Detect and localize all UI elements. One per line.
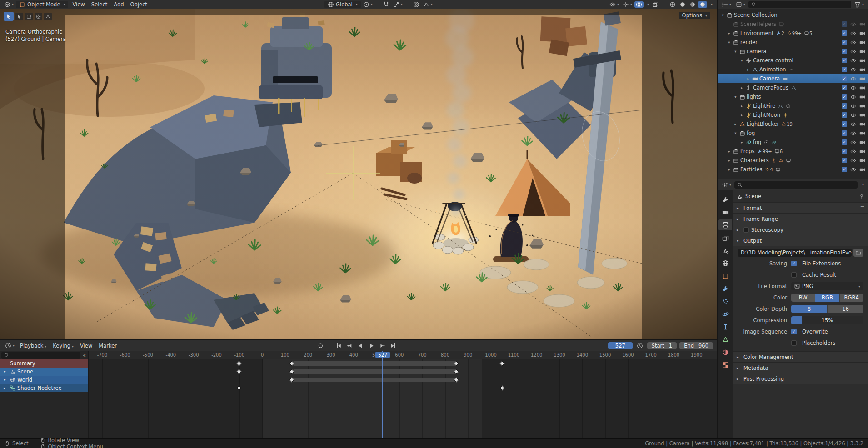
shading-wireframe-button[interactable] bbox=[668, 1, 677, 8]
proportional-edit-button[interactable] bbox=[412, 1, 421, 8]
hide-eye-icon[interactable] bbox=[850, 67, 856, 73]
option-rgba[interactable]: RGBA bbox=[840, 294, 863, 302]
previous-keyframe-button[interactable] bbox=[344, 342, 354, 350]
selectable-checkbox[interactable]: ✓ bbox=[842, 21, 847, 27]
outliner-row-camera[interactable]: ▾camera✓ bbox=[718, 47, 868, 56]
properties-search[interactable] bbox=[734, 181, 858, 189]
open-folder-button[interactable] bbox=[853, 249, 863, 257]
disable-render-camera-icon[interactable] bbox=[859, 58, 865, 64]
expand-arrow-icon[interactable]: ▾ bbox=[733, 95, 738, 99]
disable-render-camera-icon[interactable] bbox=[859, 130, 865, 136]
selectable-checkbox[interactable]: ✓ bbox=[842, 149, 847, 154]
outliner-search[interactable] bbox=[748, 1, 851, 8]
disable-render-camera-icon[interactable] bbox=[859, 158, 865, 164]
hide-eye-icon[interactable] bbox=[850, 139, 856, 145]
outliner-row-lightfire[interactable]: ▸LightFire✓ bbox=[718, 101, 868, 110]
disable-render-camera-icon[interactable] bbox=[859, 112, 865, 118]
channel-search[interactable] bbox=[1, 352, 80, 359]
disable-render-camera-icon[interactable] bbox=[859, 76, 865, 82]
selectable-checkbox[interactable]: ✓ bbox=[842, 94, 847, 100]
editor-type-viewport-button[interactable]: ▾ bbox=[3, 1, 15, 8]
option-rgb[interactable]: RGB bbox=[815, 294, 839, 302]
snap-settings-dropdown[interactable]: ▾ bbox=[392, 1, 404, 8]
tab-physics[interactable] bbox=[718, 309, 732, 319]
overlays-toggle-button[interactable] bbox=[634, 1, 644, 8]
expand-arrow-icon[interactable]: ▸ bbox=[727, 31, 732, 35]
output-path-field[interactable]: D:\3D Modeling\Projects\...imationFinalE… bbox=[738, 249, 852, 257]
option-bw[interactable]: BW bbox=[791, 294, 815, 302]
channel-shader-nodetree[interactable]: ▸Shader Nodetree bbox=[0, 384, 88, 392]
display-mode-dropdown[interactable]: ▾ bbox=[734, 1, 747, 8]
selectable-checkbox[interactable]: ✓ bbox=[842, 139, 847, 145]
shading-solid-button[interactable] bbox=[678, 1, 687, 8]
expand-arrow-icon[interactable]: ▾ bbox=[720, 13, 725, 17]
hide-eye-icon[interactable] bbox=[850, 112, 856, 118]
file-extensions-checkbox[interactable]: ✓ bbox=[791, 261, 797, 266]
current-frame-field[interactable]: 527 bbox=[608, 342, 633, 349]
expand-arrow-icon[interactable]: ▸ bbox=[727, 167, 732, 172]
panel-checkbox[interactable] bbox=[743, 227, 749, 233]
panel-metadata[interactable]: ▸Metadata bbox=[733, 362, 868, 373]
object-visibility-dropdown[interactable]: ▾ bbox=[608, 1, 620, 8]
menu-select[interactable]: Select bbox=[88, 1, 110, 8]
file-format-dropdown[interactable]: PNG▾ bbox=[791, 282, 863, 290]
channel-summary[interactable]: Summary bbox=[0, 359, 88, 368]
tab-world[interactable] bbox=[718, 258, 732, 269]
tab-object[interactable] bbox=[718, 270, 732, 281]
expand-arrow-icon[interactable]: ▸ bbox=[739, 113, 744, 117]
shading-options-dropdown[interactable]: ▾ bbox=[708, 2, 714, 6]
selectable-checkbox[interactable]: ✓ bbox=[842, 158, 847, 163]
channel-search-input[interactable] bbox=[11, 352, 78, 358]
panel-stereoscopy[interactable]: ▸Stereoscopy bbox=[733, 224, 868, 235]
end-frame-field[interactable]: End960 bbox=[679, 342, 713, 349]
properties-filter-dropdown[interactable]: ▾ bbox=[859, 183, 865, 187]
timeline-menu-view[interactable]: View bbox=[77, 343, 95, 349]
next-keyframe-button[interactable] bbox=[377, 342, 387, 350]
hide-eye-icon[interactable] bbox=[850, 85, 856, 91]
hide-eye-icon[interactable] bbox=[850, 30, 856, 36]
panel-frame-range[interactable]: ▸Frame Range bbox=[733, 213, 868, 224]
outliner-row-lightmoon[interactable]: ▸LightMoon✓ bbox=[718, 110, 868, 119]
timeline-menu-keying[interactable]: Keying▾ bbox=[50, 343, 77, 349]
pivot-point-dropdown[interactable]: ▾ bbox=[362, 1, 374, 8]
overwrite-checkbox[interactable]: ✓ bbox=[791, 329, 797, 334]
outliner-row-render[interactable]: ▾render✓ bbox=[718, 38, 868, 47]
panel-output[interactable]: ▾Output bbox=[733, 235, 868, 246]
outliner-row-scenehelpers[interactable]: SceneHelpers✓ bbox=[718, 20, 868, 29]
channel-arrow-icon[interactable]: ▾ bbox=[4, 369, 8, 374]
timeline-keyframe-area[interactable]: -700-600-500-400-300-200-100010020030040… bbox=[89, 351, 717, 438]
tab-tool[interactable] bbox=[718, 194, 732, 205]
menu-add[interactable]: Add bbox=[110, 1, 127, 8]
disable-render-camera-icon[interactable] bbox=[859, 139, 865, 145]
outliner-row-scene-collection[interactable]: ▾Scene Collection bbox=[718, 10, 868, 20]
expand-arrow-icon[interactable]: ▾ bbox=[727, 40, 732, 45]
auto-keying-button[interactable] bbox=[315, 342, 325, 350]
start-frame-field[interactable]: Start1 bbox=[647, 342, 677, 349]
selectable-checkbox[interactable]: ✓ bbox=[842, 40, 847, 45]
selectable-checkbox[interactable]: ✓ bbox=[842, 103, 847, 109]
outliner-row-environment[interactable]: ▸Environment299+5✓ bbox=[718, 29, 868, 38]
editor-type-timeline-button[interactable]: ▾ bbox=[4, 343, 16, 349]
viewport-3d-scene[interactable] bbox=[0, 9, 717, 339]
disable-render-camera-icon[interactable] bbox=[859, 167, 865, 173]
collapse-channels-button[interactable]: « bbox=[81, 352, 87, 358]
outliner-row-fog[interactable]: ▾fog✓ bbox=[718, 129, 868, 138]
outliner-search-input[interactable] bbox=[758, 1, 848, 8]
tab-render[interactable] bbox=[718, 207, 732, 218]
tab-object-data[interactable] bbox=[718, 334, 732, 345]
outliner-row-camera[interactable]: ▸Camera✓ bbox=[718, 74, 868, 83]
expand-arrow-icon[interactable]: ▸ bbox=[727, 158, 732, 163]
compression-slider[interactable]: 15% bbox=[791, 316, 863, 324]
preview-range-button[interactable] bbox=[635, 343, 644, 349]
disable-render-camera-icon[interactable] bbox=[859, 49, 865, 55]
expand-arrow-icon[interactable]: ▸ bbox=[739, 140, 744, 144]
outliner-row-lights[interactable]: ▾lights✓ bbox=[718, 92, 868, 101]
editor-type-outliner-button[interactable]: ▾ bbox=[720, 1, 733, 8]
channel-scene[interactable]: ▾Scene bbox=[0, 368, 88, 376]
timeline-menu-marker[interactable]: Marker bbox=[95, 343, 120, 349]
selectable-checkbox[interactable]: ✓ bbox=[842, 67, 847, 72]
tab-material[interactable] bbox=[718, 347, 732, 358]
tab-texture[interactable] bbox=[718, 359, 732, 370]
transform-orientation-dropdown[interactable]: Global▾ bbox=[324, 1, 361, 8]
disable-render-camera-icon[interactable] bbox=[859, 21, 865, 27]
